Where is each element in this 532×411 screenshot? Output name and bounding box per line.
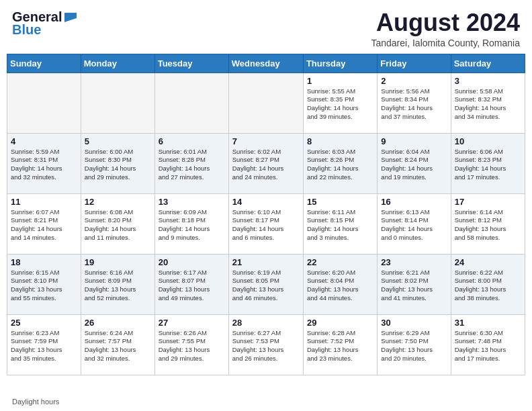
day-number: 5: [85, 136, 151, 146]
calendar: Sunday Monday Tuesday Wednesday Thursday…: [0, 54, 532, 395]
svg-marker-0: [64, 13, 77, 22]
day-number: 7: [232, 136, 300, 146]
daylight-label: Daylight hours: [12, 398, 59, 406]
day-number: 15: [307, 197, 373, 207]
day-number: 9: [381, 136, 447, 146]
day-number: 18: [11, 257, 77, 267]
calendar-cell: 24Sunrise: 6:22 AM Sunset: 8:00 PM Dayli…: [451, 254, 525, 314]
day-detail: Sunrise: 5:58 AM Sunset: 8:32 PM Dayligh…: [455, 87, 521, 122]
day-detail: Sunrise: 5:56 AM Sunset: 8:34 PM Dayligh…: [381, 87, 447, 122]
day-number: 27: [159, 318, 225, 328]
day-detail: Sunrise: 6:24 AM Sunset: 7:57 PM Dayligh…: [85, 329, 151, 363]
calendar-cell: 12Sunrise: 6:08 AM Sunset: 8:20 PM Dayli…: [81, 193, 154, 254]
day-detail: Sunrise: 6:22 AM Sunset: 8:00 PM Dayligh…: [455, 269, 521, 303]
day-number: 29: [307, 318, 373, 328]
day-number: 1: [307, 76, 373, 86]
calendar-cell: 10Sunrise: 6:06 AM Sunset: 8:23 PM Dayli…: [451, 133, 525, 193]
day-number: 20: [159, 257, 225, 267]
day-number: 13: [159, 197, 225, 207]
calendar-cell: 27Sunrise: 6:26 AM Sunset: 7:55 PM Dayli…: [154, 314, 228, 375]
calendar-cell: 6Sunrise: 6:01 AM Sunset: 8:28 PM Daylig…: [154, 133, 228, 193]
day-number: 3: [455, 76, 521, 86]
calendar-header: Sunday Monday Tuesday Wednesday Thursday…: [7, 54, 525, 73]
day-number: 30: [381, 318, 447, 328]
calendar-cell: 2Sunrise: 5:56 AM Sunset: 8:34 PM Daylig…: [378, 73, 451, 133]
calendar-cell: 11Sunrise: 6:07 AM Sunset: 8:21 PM Dayli…: [7, 193, 81, 254]
day-detail: Sunrise: 6:23 AM Sunset: 7:59 PM Dayligh…: [11, 329, 77, 363]
calendar-cell: 18Sunrise: 6:15 AM Sunset: 8:10 PM Dayli…: [7, 254, 81, 314]
day-number: 24: [455, 257, 521, 267]
day-number: 4: [11, 136, 77, 146]
calendar-cell: [154, 73, 228, 133]
day-detail: Sunrise: 6:09 AM Sunset: 8:18 PM Dayligh…: [159, 208, 225, 242]
day-number: 8: [307, 136, 373, 146]
day-number: 22: [307, 257, 373, 267]
day-detail: Sunrise: 6:27 AM Sunset: 7:53 PM Dayligh…: [232, 329, 300, 363]
day-number: 12: [85, 197, 151, 207]
day-detail: Sunrise: 6:15 AM Sunset: 8:10 PM Dayligh…: [11, 269, 77, 303]
calendar-cell: [81, 73, 154, 133]
day-number: 26: [85, 318, 151, 328]
day-detail: Sunrise: 6:17 AM Sunset: 8:07 PM Dayligh…: [159, 269, 225, 303]
col-wednesday: Wednesday: [228, 54, 303, 73]
day-number: 21: [232, 257, 300, 267]
calendar-week-3: 18Sunrise: 6:15 AM Sunset: 8:10 PM Dayli…: [7, 254, 525, 314]
day-detail: Sunrise: 6:28 AM Sunset: 7:52 PM Dayligh…: [307, 329, 373, 363]
page: General Blue August 2024 Tandarei, Ialom…: [0, 0, 532, 411]
calendar-week-0: 1Sunrise: 5:55 AM Sunset: 8:35 PM Daylig…: [7, 73, 525, 133]
month-title: August 2024: [371, 9, 520, 36]
header-right: August 2024 Tandarei, Ialomita County, R…: [371, 9, 520, 48]
header: General Blue August 2024 Tandarei, Ialom…: [0, 0, 532, 54]
calendar-cell: 23Sunrise: 6:21 AM Sunset: 8:02 PM Dayli…: [378, 254, 451, 314]
day-number: 16: [381, 197, 447, 207]
day-number: 17: [455, 197, 521, 207]
day-detail: Sunrise: 6:19 AM Sunset: 8:05 PM Dayligh…: [232, 269, 300, 303]
day-number: 10: [455, 136, 521, 146]
day-detail: Sunrise: 6:16 AM Sunset: 8:09 PM Dayligh…: [85, 269, 151, 303]
logo: General Blue: [12, 9, 77, 38]
calendar-cell: 4Sunrise: 5:59 AM Sunset: 8:31 PM Daylig…: [7, 133, 81, 193]
day-detail: Sunrise: 6:13 AM Sunset: 8:14 PM Dayligh…: [381, 208, 447, 242]
day-detail: Sunrise: 6:10 AM Sunset: 8:17 PM Dayligh…: [232, 208, 300, 242]
calendar-cell: 5Sunrise: 6:00 AM Sunset: 8:30 PM Daylig…: [81, 133, 154, 193]
calendar-cell: 28Sunrise: 6:27 AM Sunset: 7:53 PM Dayli…: [228, 314, 303, 375]
logo-flag-icon: [64, 13, 77, 22]
day-number: 11: [11, 197, 77, 207]
day-detail: Sunrise: 6:30 AM Sunset: 7:48 PM Dayligh…: [455, 329, 521, 363]
calendar-body: 1Sunrise: 5:55 AM Sunset: 8:35 PM Daylig…: [7, 73, 525, 375]
calendar-cell: 16Sunrise: 6:13 AM Sunset: 8:14 PM Dayli…: [378, 193, 451, 254]
calendar-cell: 31Sunrise: 6:30 AM Sunset: 7:48 PM Dayli…: [451, 314, 525, 375]
calendar-cell: 20Sunrise: 6:17 AM Sunset: 8:07 PM Dayli…: [154, 254, 228, 314]
col-tuesday: Tuesday: [154, 54, 228, 73]
col-saturday: Saturday: [451, 54, 525, 73]
day-number: 25: [11, 318, 77, 328]
col-sunday: Sunday: [7, 54, 81, 73]
day-detail: Sunrise: 6:07 AM Sunset: 8:21 PM Dayligh…: [11, 208, 77, 242]
day-number: 14: [232, 197, 300, 207]
calendar-cell: 9Sunrise: 6:04 AM Sunset: 8:24 PM Daylig…: [378, 133, 451, 193]
day-number: 28: [232, 318, 300, 328]
day-number: 31: [455, 318, 521, 328]
day-detail: Sunrise: 6:03 AM Sunset: 8:26 PM Dayligh…: [307, 148, 373, 182]
calendar-table: Sunday Monday Tuesday Wednesday Thursday…: [7, 54, 525, 375]
calendar-cell: 21Sunrise: 6:19 AM Sunset: 8:05 PM Dayli…: [228, 254, 303, 314]
day-detail: Sunrise: 6:14 AM Sunset: 8:12 PM Dayligh…: [455, 208, 521, 242]
day-detail: Sunrise: 6:06 AM Sunset: 8:23 PM Dayligh…: [455, 148, 521, 182]
col-friday: Friday: [378, 54, 451, 73]
day-detail: Sunrise: 5:55 AM Sunset: 8:35 PM Dayligh…: [307, 87, 373, 122]
calendar-cell: 7Sunrise: 6:02 AM Sunset: 8:27 PM Daylig…: [228, 133, 303, 193]
day-number: 6: [159, 136, 225, 146]
day-detail: Sunrise: 6:20 AM Sunset: 8:04 PM Dayligh…: [307, 269, 373, 303]
calendar-cell: 3Sunrise: 5:58 AM Sunset: 8:32 PM Daylig…: [451, 73, 525, 133]
calendar-week-2: 11Sunrise: 6:07 AM Sunset: 8:21 PM Dayli…: [7, 193, 525, 254]
day-detail: Sunrise: 6:21 AM Sunset: 8:02 PM Dayligh…: [381, 269, 447, 303]
calendar-cell: 13Sunrise: 6:09 AM Sunset: 8:18 PM Dayli…: [154, 193, 228, 254]
day-detail: Sunrise: 6:11 AM Sunset: 8:15 PM Dayligh…: [307, 208, 373, 242]
logo-blue-text: Blue: [12, 22, 41, 38]
calendar-cell: 29Sunrise: 6:28 AM Sunset: 7:52 PM Dayli…: [303, 314, 377, 375]
calendar-cell: [228, 73, 303, 133]
calendar-week-1: 4Sunrise: 5:59 AM Sunset: 8:31 PM Daylig…: [7, 133, 525, 193]
day-detail: Sunrise: 6:29 AM Sunset: 7:50 PM Dayligh…: [381, 329, 447, 363]
day-detail: Sunrise: 5:59 AM Sunset: 8:31 PM Dayligh…: [11, 148, 77, 182]
day-detail: Sunrise: 6:26 AM Sunset: 7:55 PM Dayligh…: [159, 329, 225, 363]
